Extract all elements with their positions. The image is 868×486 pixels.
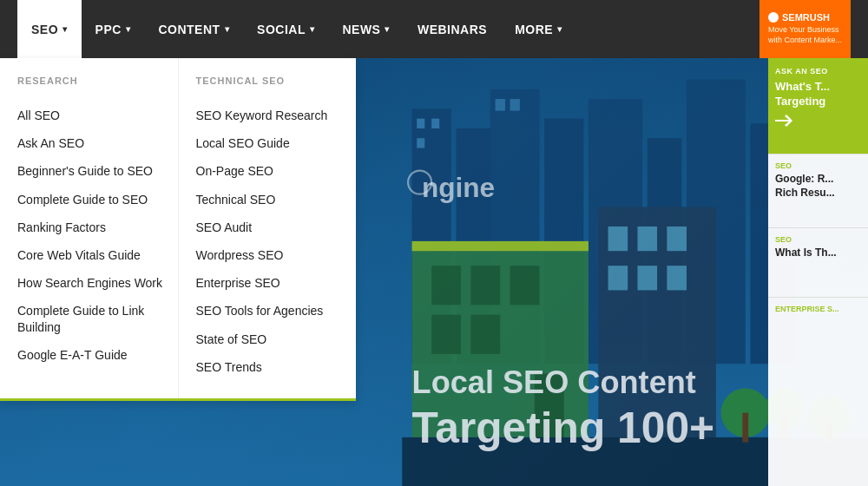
navbar: SEO ▾ PPC ▾ CONTENT ▾ SOCIAL ▾ NEWS ▾ WE… [0,0,868,58]
news-arrow-icon: ▾ [385,24,390,34]
nav-label-ppc: PPC [95,23,122,36]
nav-item-ppc[interactable]: PPC ▾ [82,0,145,58]
dropdown-col-2: Technical SEO SEO Keyword Research Local… [179,58,357,398]
nav-label-content: CONTENT [158,23,220,36]
dropdown-item-beginners-guide[interactable]: Beginner's Guide to SEO [17,157,178,185]
enterprise-card[interactable]: ENTERPRISE S... [768,297,868,486]
ppc-arrow-icon: ▾ [126,24,131,34]
col2-header: Technical SEO [196,76,357,91]
svg-rect-33 [742,413,748,443]
nav-label-news: NEWS [342,23,380,36]
dropdown-item-link-building[interactable]: Complete Guide to Link Building [17,297,178,340]
nav-label-seo: SEO [31,23,58,36]
nav-label-webinars: WEBINARS [418,23,487,36]
svg-rect-23 [608,227,628,251]
svg-marker-40 [775,115,792,127]
seo-card-2-label: SEO [775,235,861,244]
dropdown-item-core-web-vitals[interactable]: Core Web Vitals Guide [17,241,178,269]
dropdown-item-onpage-seo[interactable]: On-Page SEO [196,157,357,185]
dropdown-item-ask-seo[interactable]: Ask An SEO [17,129,178,157]
svg-rect-24 [637,227,657,251]
svg-rect-13 [510,99,520,111]
nav-label-more: MORE [515,23,553,36]
seo-card-1-title: Google: R...Rich Resu... [775,173,861,200]
semrush-logo: SEMRUSH [768,12,842,23]
semrush-ad[interactable]: SEMRUSH Move Your Business with Content … [760,0,851,58]
social-arrow-icon: ▾ [310,24,315,34]
svg-rect-10 [431,119,439,128]
dropdown-item-seo-tools[interactable]: SEO Tools for Agencies [196,297,357,325]
seo-card-1-label: SEO [775,161,861,170]
svg-rect-15 [431,266,461,305]
dropdown-item-enterprise-seo[interactable]: Enterprise SEO [196,269,357,297]
dropdown-item-complete-guide[interactable]: Complete Guide to SEO [17,186,178,213]
semrush-tagline: Move Your Business with Content Marke... [768,25,842,45]
dropdown-item-seo-audit[interactable]: SEO Audit [196,213,357,241]
seo-card-2[interactable]: SEO What Is Th... [768,227,868,297]
dropdown-item-wordpress-seo[interactable]: Wordpress SEO [196,241,357,269]
arrow-right-icon [775,115,861,130]
dropdown-item-how-search-engines[interactable]: How Search Engines Work [17,269,178,297]
svg-rect-21 [412,241,589,251]
svg-text:Local SEO Content: Local SEO Content [412,364,696,400]
ask-seo-label: ASK AN SEO [775,67,861,76]
seo-dropdown-menu: Research All SEO Ask An SEO Beginner's G… [0,58,356,401]
ask-seo-title: What's T...Targeting [775,80,861,109]
svg-rect-25 [667,227,687,251]
svg-rect-9 [417,119,424,128]
nav-item-social[interactable]: SOCIAL ▾ [243,0,328,58]
ask-seo-card[interactable]: ASK AN SEO What's T...Targeting [768,58,868,154]
dropdown-item-ranking-factors[interactable]: Ranking Factors [17,213,178,241]
semrush-logo-text: SEMRUSH [782,12,830,23]
dropdown-col-1: Research All SEO Ask An SEO Beginner's G… [0,58,179,398]
sidebar-cards: ASK AN SEO What's T...Targeting SEO Goog… [768,58,868,486]
dropdown-item-all-seo[interactable]: All SEO [17,102,178,129]
svg-rect-17 [510,266,540,305]
dropdown-item-local-seo[interactable]: Local SEO Guide [196,129,357,157]
svg-rect-28 [667,266,687,290]
svg-text:ngine: ngine [422,172,495,203]
content-arrow-icon: ▾ [225,24,230,34]
svg-rect-16 [470,266,500,305]
nav-item-more[interactable]: MORE ▾ [501,0,576,58]
dropdown-item-technical-seo[interactable]: Technical SEO [196,186,357,213]
nav-item-news[interactable]: NEWS ▾ [328,0,404,58]
svg-rect-26 [608,266,628,290]
more-arrow-icon: ▾ [557,24,562,34]
svg-rect-12 [496,99,505,111]
svg-rect-18 [431,315,461,354]
nav-item-webinars[interactable]: WEBINARS [404,0,501,58]
svg-rect-11 [417,138,424,148]
nav-label-social: SOCIAL [257,23,306,36]
svg-text:Targeting 100+: Targeting 100+ [412,404,715,452]
seo-card-2-title: What Is Th... [775,246,861,260]
semrush-logo-circle [768,12,779,23]
svg-rect-27 [637,266,657,290]
svg-rect-19 [470,315,500,354]
dropdown-item-state-of-seo[interactable]: State of SEO [196,325,357,353]
dropdown-item-eat-guide[interactable]: Google E-A-T Guide [17,341,178,369]
nav-item-seo[interactable]: SEO ▾ [17,0,82,58]
enterprise-label: ENTERPRISE S... [775,305,861,313]
seo-arrow-icon: ▾ [62,24,68,34]
dropdown-item-seo-trends[interactable]: SEO Trends [196,353,357,381]
col1-header: Research [17,76,178,91]
seo-card-1[interactable]: SEO Google: R...Rich Resu... [768,154,868,227]
nav-item-content[interactable]: CONTENT ▾ [144,0,243,58]
dropdown-item-keyword-research[interactable]: SEO Keyword Research [196,102,357,129]
